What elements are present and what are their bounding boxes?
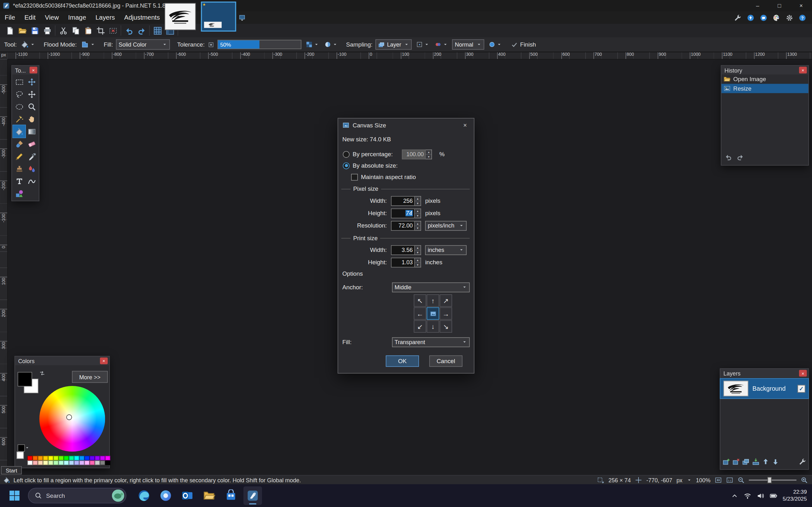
taskbar-app-file-explorer[interactable] — [200, 487, 218, 505]
anchor-right-button[interactable]: → — [440, 307, 452, 320]
palette-swatch[interactable] — [90, 460, 95, 465]
channel-sample-dropdown[interactable] — [434, 40, 449, 49]
taskbar-app-edge[interactable] — [135, 487, 153, 505]
tool-recolor[interactable] — [26, 163, 38, 175]
palette-swatch[interactable] — [64, 460, 69, 465]
paste-button[interactable] — [83, 25, 94, 36]
palette-swatch[interactable] — [84, 460, 90, 465]
swap-colors-icon[interactable] — [39, 370, 45, 377]
history-item-open-image[interactable]: Open Image — [721, 74, 808, 83]
tools-close-button[interactable]: × — [30, 67, 37, 73]
tool-clone-stamp[interactable] — [13, 163, 26, 175]
dialog-close-button[interactable]: × — [457, 118, 473, 132]
anchor-bottom-button[interactable]: ↓ — [426, 320, 439, 333]
antialiasing-dropdown[interactable] — [305, 40, 320, 49]
zoom-out-icon[interactable] — [738, 476, 745, 484]
percentage-input[interactable]: 100.00 — [402, 149, 426, 159]
palette-swatch[interactable] — [33, 456, 38, 460]
speaker-icon[interactable] — [757, 492, 764, 499]
width-spinner[interactable]: ▴▾ — [415, 196, 421, 206]
finish-button[interactable]: Finish — [511, 41, 536, 48]
current-color-well[interactable] — [18, 444, 25, 452]
wrench-button[interactable] — [733, 13, 742, 22]
tool-rectangle-select[interactable] — [13, 75, 26, 88]
history-close-button[interactable]: × — [799, 67, 807, 73]
color-wheel[interactable] — [39, 386, 105, 452]
tool-lasso-select[interactable] — [13, 88, 26, 101]
alpha-blending-dropdown[interactable] — [323, 40, 339, 49]
tool-eraser[interactable] — [26, 137, 38, 150]
palette-swatch[interactable] — [38, 460, 43, 465]
palette-swatch[interactable] — [69, 456, 74, 460]
duplicate-layer-button[interactable] — [742, 458, 750, 468]
ok-button[interactable]: OK — [386, 355, 419, 367]
palette-swatch[interactable] — [58, 456, 63, 460]
palette-swatch[interactable] — [84, 456, 90, 460]
menu-file[interactable]: File — [0, 11, 20, 24]
palette-swatch[interactable] — [28, 460, 33, 465]
tray-chevron-up-icon[interactable] — [731, 492, 739, 499]
redo-arrow-button[interactable] — [737, 153, 744, 163]
image-list-button[interactable] — [239, 14, 246, 21]
wifi-icon[interactable] — [744, 492, 751, 499]
maintain-aspect-checkbox[interactable] — [351, 174, 358, 180]
resolution-unit-dropdown[interactable]: pixels/inch — [425, 221, 467, 230]
tool-ellipse-select[interactable] — [13, 101, 26, 113]
print-height-spinner[interactable]: ▴▾ — [415, 257, 421, 267]
palette-swatch[interactable] — [95, 456, 100, 460]
close-button[interactable]: × — [790, 0, 812, 11]
palette-swatch[interactable] — [53, 460, 58, 465]
undo-arrow-button[interactable] — [724, 153, 732, 163]
help-button[interactable]: ? — [798, 13, 807, 22]
palette-swatch[interactable] — [43, 460, 48, 465]
palette-button[interactable] — [772, 13, 781, 22]
layer-visibility-checkbox[interactable]: ✓ — [798, 385, 805, 392]
zoom-fit-window-icon[interactable] — [715, 476, 722, 484]
resolution-input[interactable]: 72.00 — [391, 221, 415, 230]
dialog-titlebar[interactable]: Canvas Size × — [338, 118, 474, 132]
palette-swatch[interactable] — [48, 456, 53, 460]
print-button[interactable] — [42, 25, 53, 36]
by-percentage-radio[interactable] — [343, 151, 350, 158]
width-input[interactable]: 256 — [391, 196, 415, 206]
taskbar-app-paint-net[interactable] — [243, 487, 262, 505]
open-image-tab-1[interactable] — [165, 3, 196, 30]
anchor-top-right-button[interactable]: ↗ — [440, 294, 452, 307]
fill-style-dropdown[interactable]: Solid Color — [116, 39, 170, 50]
update-button[interactable] — [746, 13, 755, 22]
palette-swatch[interactable] — [64, 456, 69, 460]
save-file-button[interactable] — [29, 25, 40, 36]
taskbar-app-copilot[interactable] — [156, 487, 175, 505]
palette-swatch[interactable] — [53, 456, 58, 460]
zoom-slider[interactable] — [749, 476, 797, 484]
fill-dropdown[interactable]: Transparent — [392, 337, 470, 347]
add-layer-button[interactable] — [722, 458, 730, 468]
palette-swatch[interactable] — [105, 460, 110, 465]
zoom-actual-size-icon[interactable]: 1:1 — [726, 476, 733, 484]
tool-shapes[interactable] — [13, 187, 26, 200]
redo-button[interactable] — [136, 25, 147, 36]
tool-move-selected-pixels[interactable] — [26, 75, 38, 88]
secondary-color-well[interactable] — [16, 452, 24, 459]
percentage-spinner[interactable]: ▴▾ — [426, 149, 432, 159]
start-button[interactable] — [5, 487, 24, 505]
tool-pan[interactable] — [26, 113, 38, 125]
maximize-button[interactable]: □ — [768, 0, 791, 11]
tool-paint-bucket[interactable] — [13, 125, 26, 137]
palette-swatch[interactable] — [33, 460, 38, 465]
tool-text[interactable] — [13, 175, 26, 187]
palette-swatch[interactable] — [105, 456, 110, 460]
layers-window-titlebar[interactable]: Layers × — [720, 369, 809, 378]
crop-button[interactable] — [95, 25, 106, 36]
open-file-button[interactable] — [16, 25, 28, 36]
merge-layer-down-button[interactable] — [752, 458, 760, 468]
tool-line-curve[interactable] — [26, 175, 38, 187]
blend-mode-dropdown[interactable]: Normal — [452, 39, 484, 50]
height-spinner[interactable]: ▴▾ — [415, 208, 421, 218]
palette-swatch[interactable] — [100, 456, 105, 460]
palette-swatch[interactable] — [69, 460, 74, 465]
palette-swatch[interactable] — [48, 460, 53, 465]
palette-swatch[interactable] — [90, 456, 95, 460]
history-item-resize[interactable]: Resize — [721, 83, 808, 93]
feedback-button[interactable] — [759, 13, 768, 22]
